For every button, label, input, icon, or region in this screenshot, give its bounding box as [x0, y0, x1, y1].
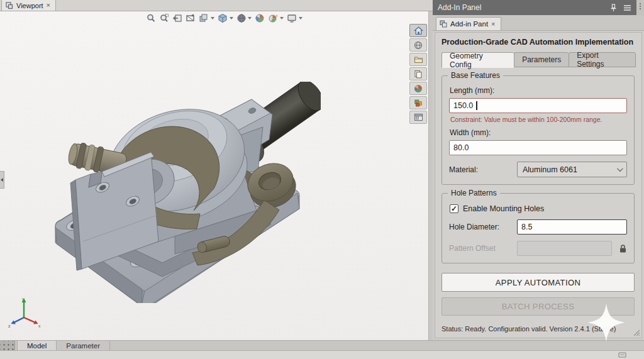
panel-heading: Production-Grade CAD Automation Implemen…: [441, 38, 636, 47]
text-cursor: [476, 101, 477, 110]
document-tab-bar: Model Parameter: [0, 340, 644, 350]
constraint-message: Constraint: Value must be within 100-200…: [450, 116, 627, 123]
add-in-tab-icon: [440, 20, 447, 28]
panel-title: Add-In Panel: [438, 3, 481, 12]
panel-client-area: Production-Grade CAD Automation Implemen…: [435, 32, 642, 338]
tab-parameter[interactable]: Parameter: [57, 341, 110, 350]
panel-edge-strip[interactable]: [636, 0, 644, 15]
add-in-panel: Add-In Panel: [433, 0, 644, 340]
dropdown-caret-icon[interactable]: [211, 17, 214, 19]
dropdown-caret-icon[interactable]: [230, 17, 233, 19]
tab-parameters[interactable]: Parameters: [514, 52, 569, 67]
panel-splitter[interactable]: [428, 11, 433, 340]
pie-chart-icon[interactable]: [409, 82, 427, 95]
globe-icon[interactable]: [409, 38, 427, 52]
dropdown-caret-icon[interactable]: [280, 17, 284, 19]
tab-geometry-config[interactable]: Geometry Config: [441, 52, 514, 68]
config-tabs: Geometry Config Parameters Export Settin…: [441, 52, 636, 67]
pin-icon[interactable]: [610, 4, 617, 12]
view-settings-icon[interactable]: [287, 13, 303, 23]
resize-grip[interactable]: [632, 328, 640, 336]
isometric-cube-icon[interactable]: [218, 13, 233, 23]
apply-scene-icon[interactable]: [268, 13, 284, 23]
panel-collapse-handle[interactable]: [0, 171, 4, 189]
dropdown-caret-icon[interactable]: [299, 17, 303, 19]
hole-diameter-label: Hole Diameter:: [449, 223, 517, 231]
panel-titlebar[interactable]: Add-In Panel: [433, 0, 636, 15]
material-dropdown[interactable]: Aluminum 6061: [517, 162, 627, 177]
section-view-icon[interactable]: [186, 13, 196, 23]
enable-mounting-holes-checkbox[interactable]: ✓: [450, 204, 458, 213]
task-pane-toolbar: [409, 24, 427, 124]
viewport-tabstrip: Viewport ×: [0, 0, 433, 11]
status-bar: [0, 350, 644, 359]
lock-icon: [619, 244, 627, 253]
viewport-canvas[interactable]: y x z: [0, 11, 433, 340]
folder-icon[interactable]: [409, 53, 427, 66]
edit-appearance-icon[interactable]: [255, 13, 265, 23]
add-in-tab-label: Add-in Pant: [450, 20, 488, 28]
width-input[interactable]: [449, 140, 627, 155]
cad-application-window: Viewport ×: [0, 0, 644, 359]
viewport-tab-icon: [6, 2, 13, 9]
dropdown-caret-icon[interactable]: [248, 17, 252, 19]
width-label: Width (mm):: [450, 128, 627, 137]
length-label: Length (mm):: [450, 86, 627, 95]
window-layout-icon[interactable]: [409, 111, 427, 124]
zoom-area-icon[interactable]: [159, 13, 169, 23]
group-base-features: Base Features Length (mm): Constraint: V…: [441, 75, 635, 185]
tab-add-in-panel[interactable]: Add-in Pant ×: [436, 17, 501, 30]
group-base-features-title: Base Features: [448, 71, 503, 80]
menu-icon[interactable]: [623, 4, 631, 11]
tab-model[interactable]: Model: [17, 341, 57, 350]
drag-dots-handle[interactable]: [0, 341, 15, 350]
pattern-offset-label: Pattern Offset: [449, 244, 517, 253]
heads-up-toolbar: [146, 13, 303, 23]
material-value: Aluminum 6061: [523, 165, 577, 174]
previous-view-icon[interactable]: [172, 13, 182, 23]
orientation-triad: y x z: [8, 296, 43, 331]
vertical-dots-icon: [640, 3, 641, 15]
copy-pages-icon[interactable]: [409, 67, 427, 80]
palette-icon[interactable]: [409, 96, 427, 109]
viewport-tab-close-icon[interactable]: ×: [47, 2, 50, 9]
zoom-fit-icon[interactable]: [146, 13, 156, 23]
material-label: Material:: [449, 165, 517, 174]
panel-doc-tabstrip: Add-in Pant ×: [433, 15, 644, 31]
viewport-pane: Viewport ×: [0, 0, 433, 340]
batch-process-button: BATCH PROCESS: [441, 297, 635, 316]
display-style-icon[interactable]: [236, 13, 252, 23]
svg-text:x: x: [38, 324, 41, 328]
status-monitor-icon: [618, 352, 626, 358]
chevron-down-icon: [617, 165, 623, 172]
pattern-offset-input: [517, 241, 612, 256]
cad-model[interactable]: [49, 82, 321, 303]
svg-text:z: z: [8, 324, 11, 328]
panel-status-text: Status: Ready. Configuration valid. Vers…: [441, 321, 636, 334]
svg-text:y: y: [22, 297, 25, 302]
enable-mounting-holes-label: Enable Mounting Holes: [463, 204, 544, 213]
tab-viewport[interactable]: Viewport ×: [1, 0, 56, 11]
hole-diameter-input[interactable]: [517, 219, 627, 235]
add-in-tab-close-icon[interactable]: ×: [491, 20, 495, 28]
viewport-tab-label: Viewport: [16, 2, 43, 9]
view-orientation-icon[interactable]: [199, 13, 214, 23]
tab-export-settings[interactable]: Export Settings: [569, 52, 636, 67]
group-hole-patterns-title: Hole Patterns: [448, 189, 500, 197]
apply-automation-button[interactable]: APPLY AUTOMATION: [441, 273, 635, 292]
collapse-arrow-icon: [1, 178, 3, 182]
home-icon[interactable]: [409, 24, 427, 37]
group-hole-patterns: Hole Patterns ✓ Enable Mounting Holes Ho…: [441, 193, 635, 263]
